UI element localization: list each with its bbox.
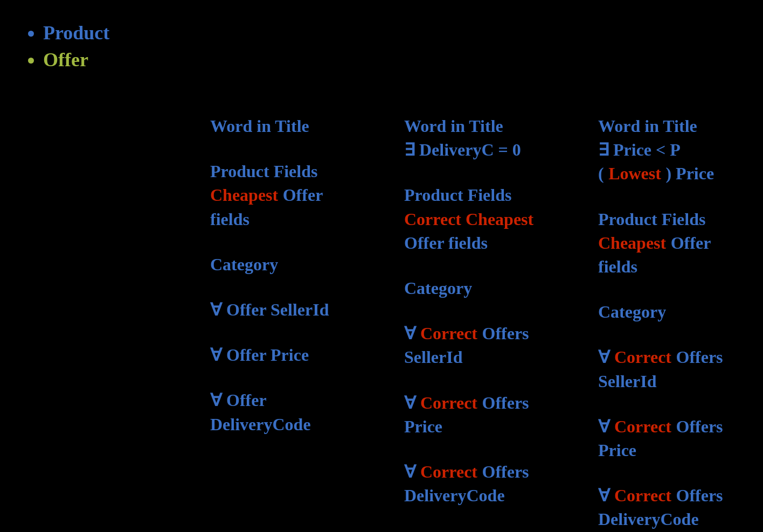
category-col2: Category xyxy=(404,276,587,300)
offer-price-col1: ∀ Offer Price xyxy=(210,343,393,367)
word-in-title-col3: Word in Title∃ Price < P( Lowest ) Price xyxy=(598,114,763,186)
delivery-code-col3: ∀ Correct OffersDeliveryCode xyxy=(598,484,763,531)
category-col1: Category xyxy=(210,253,393,276)
empty-col xyxy=(32,114,205,532)
word-in-title-col2: Word in Title∃ DeliveryC = 0 xyxy=(404,114,587,162)
seller-id-col2: ∀ Correct OffersSellerId xyxy=(404,321,587,369)
category-col3: Category xyxy=(598,300,763,324)
seller-id-col1: ∀ Offer SellerId xyxy=(210,298,393,321)
column-3: Word in Title∃ Price < P( Lowest ) Price… xyxy=(593,114,763,532)
seller-id-col3: ∀ Correct OffersSellerId xyxy=(598,345,763,393)
main-grid: Word in Title Product Fields Cheapest Of… xyxy=(32,114,731,532)
product-fields-col3: Product Fields Cheapest Offerfields xyxy=(598,207,763,279)
bullet-product: Product xyxy=(43,22,731,44)
bullet-list: Product Offer xyxy=(43,22,731,71)
offer-price-col3: ∀ Correct OffersPrice xyxy=(598,415,763,462)
word-in-title-col1: Word in Title xyxy=(210,114,393,138)
product-fields-col1: Product Fields Cheapest Offerfields xyxy=(210,159,393,231)
column-1: Word in Title Product Fields Cheapest Of… xyxy=(205,114,399,532)
product-fields-col2: Product Fields Correct Cheapest Offer fi… xyxy=(404,183,587,255)
delivery-code-col1: ∀ OfferDeliveryCode xyxy=(210,388,393,436)
bullet-offer: Offer xyxy=(43,48,731,71)
delivery-code-col2: ∀ Correct OffersDeliveryCode xyxy=(404,460,587,507)
offer-price-col2: ∀ Correct OffersPrice xyxy=(404,391,587,438)
column-2: Word in Title∃ DeliveryC = 0 Product Fie… xyxy=(399,114,593,532)
